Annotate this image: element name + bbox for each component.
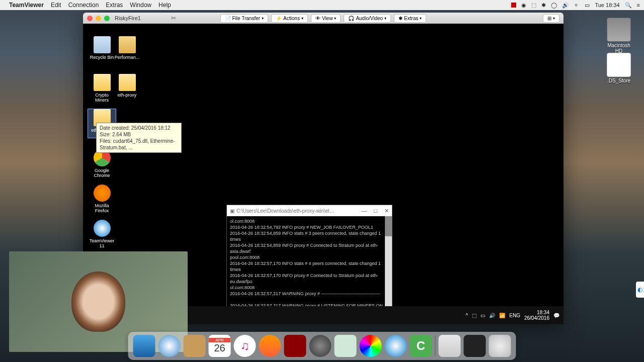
tray-network-icon[interactable]: ⬚: [472, 313, 476, 318]
mozilla-firefox[interactable]: Mozilla Firefox: [88, 185, 116, 213]
bin-icon: [94, 36, 111, 53]
windows-key-button[interactable]: ⊞ ▾: [543, 14, 559, 23]
maximize-icon[interactable]: [104, 16, 110, 21]
photos-icon[interactable]: [360, 335, 382, 357]
menu-help[interactable]: Help: [158, 2, 171, 9]
circle-icon[interactable]: ◯: [551, 2, 557, 9]
cmd-title-text: C:\Users\Lee\Downloads\eth-proxy-win\eth…: [236, 208, 337, 214]
ibooks-icon[interactable]: [259, 335, 281, 357]
dock-divider: [435, 336, 436, 356]
status-icon[interactable]: [511, 3, 516, 8]
teamviewer-side-tab[interactable]: ◐: [636, 282, 644, 298]
cmd-titlebar[interactable]: ▣ C:\Users\Lee\Downloads\eth-proxy-win\e…: [227, 205, 392, 216]
tv-titlebar: RiskyFire1 ✂ 📄 File Transfer▾ ⚡ Actions▾…: [83, 13, 564, 24]
itunes-icon[interactable]: ♫: [234, 335, 256, 357]
trash-icon[interactable]: [489, 335, 511, 357]
cmd-close-icon[interactable]: ✕: [384, 208, 389, 214]
dock-window-icon[interactable]: [439, 335, 461, 357]
crypto-miners-folder[interactable]: Crypto Miners: [88, 74, 116, 103]
view-button[interactable]: 👁 View▾: [311, 14, 341, 23]
dropbox-icon[interactable]: ⬚: [531, 2, 536, 9]
desktop-dsstore[interactable]: .DS_Store: [604, 53, 634, 83]
cmd-window[interactable]: ▣ C:\Users\Lee\Downloads\eth-proxy-win\e…: [226, 205, 392, 318]
tv-toolbar: 📄 File Transfer▾ ⚡ Actions▾ 👁 View▾ 🎧 Au…: [220, 14, 427, 23]
mac-dock: APR26 ♫ C: [128, 332, 516, 360]
cmd-icon: ▣: [230, 208, 234, 214]
cmd-minimize-icon[interactable]: —: [361, 208, 367, 214]
tray-notifications-icon[interactable]: 💬: [553, 313, 559, 318]
menu-window[interactable]: Window: [130, 2, 151, 9]
safari-icon[interactable]: [158, 335, 181, 357]
cmd-scrollbar[interactable]: [385, 216, 392, 317]
tv-title: RiskyFire1: [115, 15, 141, 21]
settings-icon[interactable]: [309, 335, 332, 357]
menu-connection[interactable]: Connection: [68, 2, 99, 9]
menu-edit[interactable]: Edit: [51, 2, 61, 9]
tray-speaker-icon[interactable]: 🔊: [489, 313, 495, 318]
google-chrome[interactable]: Google Chrome: [88, 149, 116, 178]
shield-icon[interactable]: ◉: [521, 2, 526, 9]
tray-time[interactable]: 18:34: [524, 310, 549, 315]
notes-icon[interactable]: [335, 335, 357, 357]
recycle-bin[interactable]: Recycle Bin: [88, 36, 116, 60]
cmd-scroll-thumb[interactable]: [385, 216, 392, 236]
tv-extras-button[interactable]: ✱ Extras▾: [394, 14, 426, 23]
tray-wifi-icon[interactable]: 📶: [499, 313, 505, 318]
tray-chevron-icon[interactable]: ^: [466, 313, 468, 318]
spotlight-icon[interactable]: 🔍: [625, 2, 632, 9]
dock-terminal-icon[interactable]: [464, 335, 486, 357]
folder-tooltip: Date created: 25/04/2016 18:12 Size: 2.6…: [96, 123, 182, 153]
file-transfer-button[interactable]: 📄 File Transfer▾: [220, 14, 269, 23]
tray-date[interactable]: 26/04/2016: [524, 315, 549, 321]
minimize-icon[interactable]: [96, 16, 101, 21]
finder-icon[interactable]: [133, 335, 155, 357]
photobooth-icon[interactable]: [284, 335, 306, 357]
window-controls: [87, 16, 110, 21]
actions-button[interactable]: ⚡ Actions▾: [271, 14, 308, 23]
sync-icon[interactable]: ✱: [541, 2, 546, 9]
eth-proxy-folder[interactable]: eth-proxy: [113, 74, 141, 98]
teamviewer-11[interactable]: TeamViewer 11: [88, 220, 116, 248]
clock[interactable]: Tue 18:34: [595, 2, 619, 8]
performance-app[interactable]: Performan...: [113, 36, 141, 60]
audio-video-button[interactable]: 🎧 Audio/Video▾: [344, 14, 391, 23]
menubar-app[interactable]: TeamViewer: [9, 2, 44, 9]
firefox-icon: [94, 185, 111, 202]
tray-lang[interactable]: ENG: [509, 313, 520, 318]
file-label: .DS_Store: [607, 78, 630, 83]
contacts-icon[interactable]: [184, 335, 206, 357]
calendar-icon[interactable]: APR26: [209, 335, 231, 357]
file-icon: [607, 53, 631, 77]
teamviewer-icon: [94, 220, 111, 237]
speaker-icon[interactable]: 🔊: [562, 2, 569, 9]
close-icon[interactable]: [87, 16, 93, 21]
folder-icon: [119, 74, 136, 91]
battery-icon[interactable]: ▭: [585, 2, 590, 9]
perf-icon: [119, 36, 136, 53]
tray-video-icon[interactable]: ▭: [480, 313, 485, 318]
menu-icon[interactable]: ≡: [637, 2, 640, 8]
desktop-hd[interactable]: Macintosh HD: [604, 18, 634, 54]
hd-label: Macintosh HD: [607, 43, 630, 54]
wifi-icon[interactable]: ᯤ: [574, 2, 580, 8]
cmd-maximize-icon[interactable]: □: [374, 208, 377, 214]
mac-menubar: TeamViewer Edit Connection Extras Window…: [0, 0, 644, 10]
teamviewer-dock-icon[interactable]: [385, 335, 407, 357]
hd-icon: [607, 18, 631, 42]
menu-extras[interactable]: Extras: [106, 2, 123, 9]
camtasia-icon[interactable]: C: [410, 335, 432, 357]
scissors-icon[interactable]: ✂: [171, 15, 176, 22]
folder-icon: [94, 74, 111, 91]
